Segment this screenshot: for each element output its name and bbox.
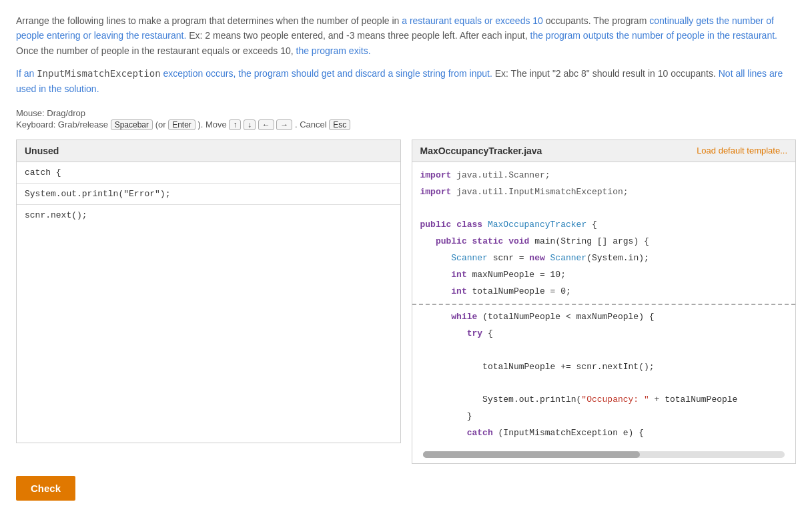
desc-text-2: occupants. The program	[543, 15, 649, 26]
code-area: import java.util.Scanner; import java.ut…	[412, 162, 796, 447]
code-line-8: int totalNumPeople = 0;	[412, 284, 796, 300]
unused-panel-header: Unused	[17, 140, 400, 162]
horizontal-scrollbar[interactable]	[423, 451, 785, 458]
drag-item-scnr-next[interactable]: scnr.next();	[17, 205, 400, 226]
unused-panel: Unused catch { System.out.println("Error…	[16, 140, 401, 443]
description-block: Arrange the following lines to make a pr…	[16, 13, 796, 96]
keyboard-instruction-line: Keyboard: Grab/release Spacebar (or Ente…	[16, 119, 796, 130]
divider	[412, 304, 796, 305]
code-line-6: Scanner scnr = new Scanner(System.in);	[412, 250, 796, 267]
desc-text-4: Once the number of people in the restaur…	[16, 45, 296, 56]
kbd-left[interactable]: ←	[258, 119, 274, 130]
drag-item-catch[interactable]: catch {	[17, 162, 400, 184]
code-line-5: public static void main(String [] args) …	[412, 234, 796, 250]
scrollbar-container	[412, 447, 796, 463]
desc-text-3: Ex: 2 means two people entered, and -3 m…	[186, 30, 530, 41]
keyboard-instructions: Mouse: Drag/drop Keyboard: Grab/release …	[16, 108, 796, 130]
code-line-println-occupancy: System.out.println("Occupancy: " + total…	[412, 392, 796, 409]
code-line-dropzone2	[412, 376, 796, 392]
kbd-spacebar[interactable]: Spacebar	[111, 119, 153, 130]
code-line-try: try {	[412, 326, 796, 342]
desc-highlight-3: the program outputs the number of people…	[530, 30, 777, 41]
load-template-link[interactable]: Load default template...	[697, 146, 787, 156]
code-line-7: int maxNumPeople = 10;	[412, 267, 796, 284]
code-line-1: import java.util.Scanner;	[412, 168, 796, 184]
drag-item-println-error[interactable]: System.out.println("Error");	[17, 184, 400, 205]
mouse-instruction: Mouse: Drag/drop	[16, 108, 796, 118]
scrollbar-thumb	[423, 451, 641, 458]
filename: MaxOccupancyTracker.java	[420, 146, 542, 156]
code-line-2: import java.util.InputMismatchException;	[412, 184, 796, 201]
code-line-dropzone1	[412, 342, 796, 359]
code-line-3	[412, 201, 796, 218]
desc-highlight-4: the program exits.	[296, 45, 371, 56]
desc-secondary-highlight-1: If an InputMismatchException exception o…	[16, 68, 492, 79]
check-button[interactable]: Check	[16, 476, 75, 501]
kbd-right[interactable]: →	[276, 119, 292, 130]
desc-secondary-text-1: Ex: The input "2 abc 8" should result in…	[492, 68, 719, 79]
panels-container: Unused catch { System.out.println("Error…	[16, 140, 796, 464]
code-line-close-try: }	[412, 409, 796, 425]
code-panel-header: MaxOccupancyTracker.java Load default te…	[412, 140, 796, 162]
desc-secondary: If an InputMismatchException exception o…	[16, 66, 796, 96]
kbd-up[interactable]: ↑	[229, 119, 241, 130]
kbd-enter[interactable]: Enter	[168, 119, 195, 130]
desc-main: Arrange the following lines to make a pr…	[16, 13, 796, 58]
code-line-catch: catch (InputMismatchException e) {	[412, 425, 796, 442]
desc-highlight-1: a restaurant equals or exceeds 10	[402, 15, 543, 26]
code-line-while: while (totalNumPeople < maxNumPeople) {	[412, 309, 796, 326]
code-line-4: public class MaxOccupancyTracker {	[412, 217, 796, 234]
bottom-bar: Check	[16, 467, 796, 501]
code-panel: MaxOccupancyTracker.java Load default te…	[412, 140, 797, 464]
unused-panel-body: catch { System.out.println("Error"); scn…	[17, 162, 400, 443]
page-container: Arrange the following lines to make a pr…	[16, 13, 796, 501]
kbd-down[interactable]: ↓	[244, 119, 256, 130]
code-line-total-add: totalNumPeople += scnr.nextInt();	[412, 359, 796, 376]
kbd-esc[interactable]: Esc	[329, 119, 350, 130]
desc-text-1: Arrange the following lines to make a pr…	[16, 15, 402, 26]
